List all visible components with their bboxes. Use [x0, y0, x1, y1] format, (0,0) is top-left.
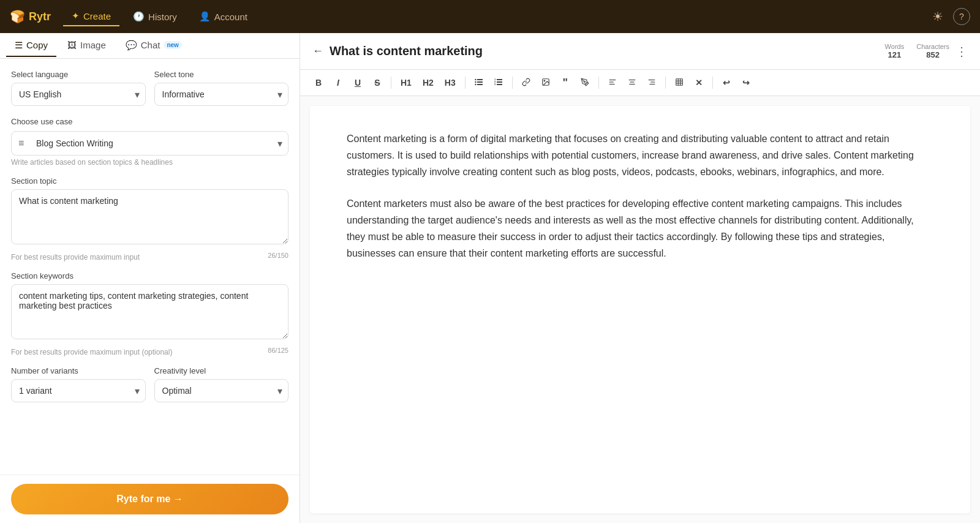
right-panel: ← What is content marketing Words 121 Ch…	[300, 33, 980, 523]
form-area: Select language US English Select tone I…	[0, 59, 300, 475]
use-case-select[interactable]: Blog Section Writing	[11, 131, 288, 156]
variants-select-wrapper[interactable]: 1 variant	[11, 379, 146, 402]
section-keywords-group: Section keywords content marketing tips,…	[11, 271, 288, 356]
creativity-select-wrapper[interactable]: Optimal	[154, 379, 289, 402]
toolbar-separator-6	[712, 77, 713, 89]
h1-button[interactable]: H1	[396, 75, 416, 90]
creativity-group: Creativity level Optimal	[154, 366, 289, 402]
more-options-button[interactable]: ⋮	[956, 44, 968, 59]
language-select[interactable]: US English	[11, 83, 146, 106]
section-topic-group: Section topic What is content marketing …	[11, 176, 288, 262]
link-button[interactable]	[518, 75, 535, 91]
svg-rect-7	[497, 81, 502, 83]
section-topic-wrapper: What is content marketing	[11, 189, 288, 247]
editor-content[interactable]: Content marketing is a form of digital m…	[310, 106, 970, 513]
chars-stat: Characters 852	[916, 43, 949, 59]
svg-rect-8	[497, 84, 502, 85]
use-case-label-row: Choose use case	[11, 117, 288, 126]
toolbar-separator-4	[598, 77, 599, 89]
variants-creativity-row: Number of variants 1 variant Creativity …	[11, 366, 288, 402]
svg-rect-1	[477, 81, 483, 83]
help-button[interactable]: ?	[953, 8, 970, 25]
words-stat: Words 121	[885, 43, 905, 59]
section-topic-input[interactable]: What is content marketing	[11, 189, 288, 244]
h3-button[interactable]: H3	[440, 75, 460, 90]
italic-button[interactable]: I	[330, 75, 347, 90]
section-keywords-count: 86/125	[268, 347, 288, 356]
section-keywords-helper: For best results provide maximum input (…	[11, 348, 172, 356]
tab-chat[interactable]: 💬 Chat new	[117, 35, 190, 57]
nav-account-label: Account	[214, 12, 247, 22]
image-tab-icon: 🖼	[67, 40, 77, 50]
variants-group: Number of variants 1 variant	[11, 366, 146, 402]
use-case-section: Choose use case ≡ Blog Section Writing W…	[11, 117, 288, 167]
section-topic-label: Section topic	[11, 176, 288, 186]
nav-item-history[interactable]: 🕐 History	[124, 7, 186, 26]
redo-button[interactable]: ↪	[737, 75, 755, 90]
language-group: Select language US English	[11, 70, 146, 106]
nav-item-create[interactable]: ✦ Create	[63, 7, 119, 26]
toolbar-separator-1	[391, 77, 391, 89]
strikethrough-button[interactable]: S	[369, 75, 386, 90]
account-icon: 👤	[199, 11, 211, 22]
variants-label: Number of variants	[11, 366, 146, 375]
underline-button[interactable]: U	[349, 75, 366, 90]
h2-button[interactable]: H2	[418, 75, 438, 90]
creativity-select[interactable]: Optimal	[154, 379, 289, 402]
nav-item-account[interactable]: 👤 Account	[190, 7, 256, 26]
left-panel: ☰ Copy 🖼 Image 💬 Chat new Select languag…	[0, 33, 300, 523]
language-select-wrapper[interactable]: US English	[11, 83, 146, 106]
svg-point-13	[544, 80, 545, 81]
tab-image[interactable]: 🖼 Image	[59, 35, 115, 56]
theme-toggle-button[interactable]: ☀	[932, 9, 943, 24]
section-keywords-input[interactable]: content marketing tips, content marketin…	[11, 284, 288, 339]
copy-tab-icon: ☰	[15, 40, 23, 51]
nav-create-label: Create	[83, 11, 111, 21]
tone-select-wrapper[interactable]: Informative	[154, 83, 289, 106]
back-button[interactable]: ←	[312, 45, 323, 58]
tab-copy[interactable]: ☰ Copy	[6, 35, 56, 57]
tone-select[interactable]: Informative	[154, 83, 289, 106]
undo-button[interactable]: ↩	[718, 75, 735, 90]
logo[interactable]: 🍞 Rytr	[10, 9, 51, 24]
top-navigation: 🍞 Rytr ✦ Create 🕐 History 👤 Account ☀ ?	[0, 0, 980, 33]
highlight-button[interactable]	[576, 75, 594, 91]
words-label: Words	[885, 43, 905, 50]
align-right-button[interactable]	[643, 75, 660, 91]
tone-label: Select tone	[154, 70, 289, 79]
chars-label: Characters	[916, 43, 949, 50]
section-keywords-wrapper: content marketing tips, content marketin…	[11, 284, 288, 342]
section-topic-count: 26/150	[268, 252, 288, 262]
table-button[interactable]	[671, 75, 688, 91]
history-icon: 🕐	[133, 11, 145, 22]
word-stats: Words 121 Characters 852	[885, 43, 949, 59]
chat-tab-icon: 💬	[126, 40, 137, 51]
copy-tab-label: Copy	[26, 40, 48, 50]
unordered-list-button[interactable]	[470, 75, 488, 91]
use-case-helper: Write articles based on section topics &…	[11, 158, 288, 167]
editor-paragraph-2: Content marketers must also be aware of …	[347, 195, 933, 262]
align-center-button[interactable]	[624, 75, 641, 91]
clear-format-button[interactable]: ✕	[690, 75, 707, 90]
align-left-button[interactable]	[604, 75, 621, 91]
logo-text: Rytr	[29, 10, 51, 23]
toolbar-separator-5	[665, 77, 666, 89]
variants-select[interactable]: 1 variant	[11, 379, 146, 402]
language-tone-row: Select language US English Select tone I…	[11, 70, 288, 106]
svg-rect-24	[676, 78, 682, 85]
section-keywords-label: Section keywords	[11, 271, 288, 280]
ordered-list-button[interactable]: 123	[490, 75, 507, 91]
image-insert-button[interactable]	[537, 75, 554, 91]
use-case-select-wrapper[interactable]: ≡ Blog Section Writing	[11, 131, 288, 156]
use-case-label: Choose use case	[11, 117, 72, 126]
svg-point-3	[475, 78, 476, 80]
words-value: 121	[885, 50, 905, 59]
svg-text:3: 3	[494, 83, 496, 86]
bold-button[interactable]: B	[310, 75, 327, 90]
nav-history-label: History	[148, 12, 177, 22]
editor-paragraph-1: Content marketing is a form of digital m…	[347, 130, 933, 181]
svg-rect-6	[497, 79, 502, 80]
quote-button[interactable]: "	[557, 75, 574, 91]
ryte-for-me-button[interactable]: Ryte for me →	[11, 484, 288, 514]
tone-group: Select tone Informative	[154, 70, 289, 106]
